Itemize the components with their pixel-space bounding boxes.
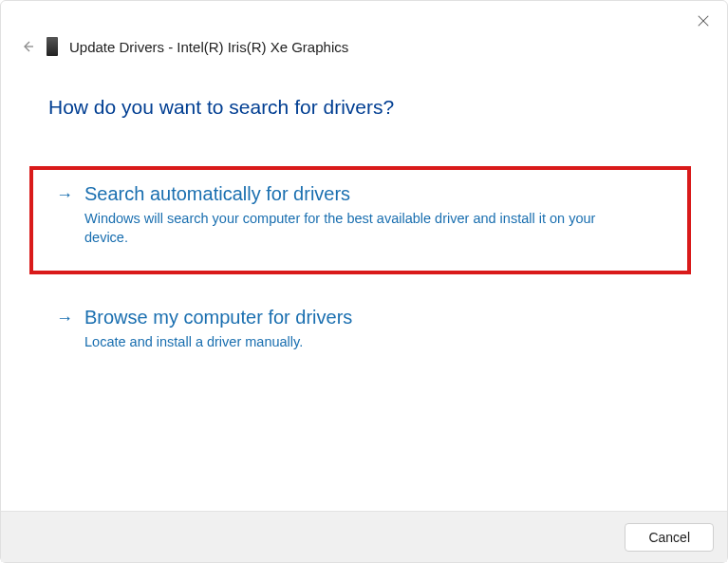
page-heading: How do you want to search for drivers? bbox=[48, 96, 680, 119]
option-search-automatically[interactable]: → Search automatically for drivers Windo… bbox=[29, 166, 691, 274]
close-button[interactable] bbox=[696, 13, 711, 28]
back-arrow-icon bbox=[20, 39, 35, 54]
option-browse-computer[interactable]: → Browse my computer for drivers Locate … bbox=[48, 297, 680, 365]
back-button[interactable] bbox=[20, 39, 35, 54]
device-icon bbox=[47, 37, 58, 56]
cancel-button[interactable]: Cancel bbox=[625, 523, 714, 552]
option-body: Search automatically for drivers Windows… bbox=[84, 183, 668, 248]
dialog-content: How do you want to search for drivers? →… bbox=[1, 56, 727, 511]
title-bar: Update Drivers - Intel(R) Iris(R) Xe Gra… bbox=[1, 1, 727, 56]
close-icon bbox=[697, 14, 710, 28]
arrow-right-icon: → bbox=[56, 185, 73, 248]
option-title: Browse my computer for drivers bbox=[84, 307, 672, 328]
option-description: Locate and install a driver manually. bbox=[84, 332, 616, 351]
option-title: Search automatically for drivers bbox=[84, 183, 668, 205]
update-drivers-dialog: Update Drivers - Intel(R) Iris(R) Xe Gra… bbox=[0, 0, 728, 563]
arrow-right-icon: → bbox=[56, 309, 73, 351]
option-description: Windows will search your computer for th… bbox=[84, 209, 616, 248]
window-title: Update Drivers - Intel(R) Iris(R) Xe Gra… bbox=[69, 39, 348, 55]
option-body: Browse my computer for drivers Locate an… bbox=[84, 307, 672, 351]
dialog-footer: Cancel bbox=[1, 511, 727, 562]
